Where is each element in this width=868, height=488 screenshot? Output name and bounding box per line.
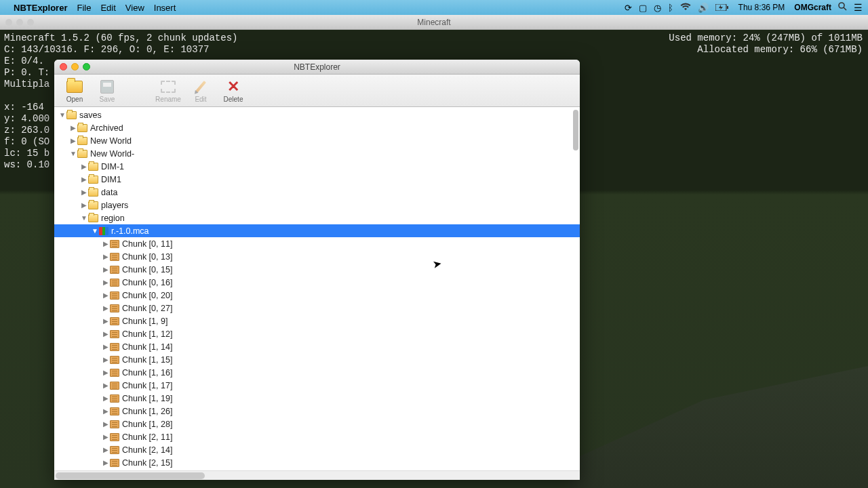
disclosure-open-icon[interactable]: ▼: [69, 150, 77, 157]
tree-row[interactable]: ▶Chunk [0, 27]: [54, 302, 580, 314]
nbt-window-title: NBTExplorer: [294, 62, 340, 72]
disclosure-open-icon[interactable]: ▼: [80, 214, 88, 222]
disclosure-closed-icon[interactable]: ▶: [102, 446, 110, 453]
disclosure-closed-icon[interactable]: ▶: [102, 433, 110, 441]
notification-icon[interactable]: ☰: [854, 2, 863, 13]
tree-row[interactable]: ▶Chunk [1, 15]: [54, 353, 580, 366]
disclosure-closed-icon[interactable]: ▶: [80, 163, 88, 170]
chunk-icon: [110, 330, 119, 338]
volume-icon[interactable]: 🔊: [698, 3, 709, 13]
open-button[interactable]: Open: [60, 78, 90, 103]
disclosure-closed-icon[interactable]: ▶: [80, 176, 88, 183]
disclosure-closed-icon[interactable]: ▶: [102, 266, 110, 273]
minecraft-debug-right: Used memory: 24% (247MB) of 1011MB Alloc…: [669, 33, 863, 56]
chunk-icon: [110, 304, 119, 312]
disclosure-closed-icon[interactable]: ▶: [102, 279, 110, 286]
nbt-tree[interactable]: ▼saves▶Archived▶New World▼New World-▶DIM…: [54, 107, 580, 470]
menu-view[interactable]: View: [125, 3, 144, 13]
horizontal-scrollbar[interactable]: [54, 470, 580, 480]
zoom-button[interactable]: [83, 63, 90, 70]
tree-row[interactable]: ▶Chunk [1, 17]: [54, 379, 580, 392]
tree-row[interactable]: ▶Chunk [0, 20]: [54, 289, 580, 302]
tree-row[interactable]: ▶Chunk [0, 13]: [54, 250, 580, 263]
nbtexplorer-titlebar[interactable]: NBTExplorer: [54, 60, 580, 75]
disclosure-closed-icon[interactable]: ▶: [102, 317, 110, 325]
save-button[interactable]: Save: [92, 78, 122, 103]
disclosure-closed-icon[interactable]: ▶: [102, 407, 110, 415]
tree-row[interactable]: ▶Chunk [1, 14]: [54, 340, 580, 353]
disclosure-open-icon[interactable]: ▼: [58, 111, 66, 119]
menu-insert[interactable]: Insert: [154, 3, 176, 13]
menubar-clock[interactable]: Thu 8:36 PM: [738, 3, 785, 12]
chunk-icon: [110, 433, 119, 441]
menu-edit[interactable]: Edit: [100, 3, 115, 13]
disclosure-closed-icon[interactable]: ▶: [69, 137, 77, 144]
tree-row[interactable]: ▶Chunk [0, 16]: [54, 276, 580, 289]
tree-item-label: Chunk [1, 15]: [122, 355, 172, 365]
disclosure-closed-icon[interactable]: ▶: [80, 201, 88, 209]
minecraft-traffic-lights[interactable]: [5, 19, 34, 26]
close-button[interactable]: [60, 63, 67, 70]
menubar-user[interactable]: OMGcraft: [794, 3, 831, 12]
tree-row[interactable]: ▼New World-: [54, 147, 580, 160]
disclosure-closed-icon[interactable]: ▶: [102, 394, 110, 402]
vertical-scrollbar[interactable]: [573, 110, 578, 150]
tree-row[interactable]: ▶Chunk [2, 15]: [54, 456, 580, 469]
disclosure-closed-icon[interactable]: ▶: [69, 124, 77, 131]
chunk-icon: [110, 266, 119, 274]
tree-item-label: Chunk [1, 17]: [122, 381, 172, 390]
tree-item-label: Chunk [1, 26]: [122, 407, 172, 416]
tree-item-label: Chunk [0, 16]: [122, 278, 172, 287]
edit-button[interactable]: Edit: [186, 78, 216, 103]
airplay-icon[interactable]: ▢: [639, 3, 647, 13]
tree-row[interactable]: ▶data: [54, 186, 580, 199]
disclosure-closed-icon[interactable]: ▶: [102, 304, 110, 312]
tree-item-label: Chunk [1, 9]: [122, 317, 167, 326]
disclosure-closed-icon[interactable]: ▶: [80, 188, 88, 196]
tree-row[interactable]: ▶Chunk [1, 28]: [54, 418, 580, 430]
tree-row[interactable]: ▶Chunk [1, 19]: [54, 392, 580, 405]
tree-row[interactable]: ▶Chunk [0, 11]: [54, 237, 580, 250]
tree-row[interactable]: ▶players: [54, 199, 580, 211]
spotlight-icon[interactable]: [838, 2, 847, 13]
disclosure-closed-icon[interactable]: ▶: [102, 459, 110, 466]
tree-row[interactable]: ▶DIM1: [54, 173, 580, 186]
tree-row[interactable]: ▶Chunk [2, 14]: [54, 443, 580, 456]
disclosure-closed-icon[interactable]: ▶: [102, 369, 110, 376]
tree-row[interactable]: ▼saves: [54, 108, 580, 121]
disclosure-closed-icon[interactable]: ▶: [102, 382, 110, 389]
bluetooth-icon[interactable]: ᛒ: [668, 3, 673, 13]
tree-row[interactable]: ▶Chunk [1, 12]: [54, 327, 580, 340]
disclosure-closed-icon[interactable]: ▶: [102, 291, 110, 299]
tree-row[interactable]: ▶DIM-1: [54, 160, 580, 173]
chunk-icon: [110, 240, 119, 248]
tree-row[interactable]: ▼r.-1.0.mca: [54, 224, 580, 237]
disclosure-open-icon[interactable]: ▼: [91, 227, 99, 235]
disclosure-closed-icon[interactable]: ▶: [102, 240, 110, 247]
wifi-icon[interactable]: [680, 3, 691, 13]
disclosure-closed-icon[interactable]: ▶: [102, 343, 110, 350]
battery-icon[interactable]: [715, 3, 729, 13]
tree-row[interactable]: ▶New World: [54, 134, 580, 147]
tree-item-label: players: [101, 201, 128, 210]
sync-icon[interactable]: ⟳: [625, 3, 632, 13]
disclosure-closed-icon[interactable]: ▶: [102, 356, 110, 363]
tree-row[interactable]: ▶Chunk [1, 26]: [54, 405, 580, 418]
disclosure-closed-icon[interactable]: ▶: [102, 420, 110, 428]
tree-row[interactable]: ▼region: [54, 211, 580, 224]
folder-icon: [88, 201, 98, 209]
menu-file[interactable]: File: [77, 3, 91, 13]
tree-row[interactable]: ▶Chunk [1, 16]: [54, 366, 580, 379]
timemachine-icon[interactable]: ◷: [654, 3, 661, 13]
menubar-appname[interactable]: NBTExplorer: [14, 3, 67, 13]
tree-row[interactable]: ▶Archived: [54, 121, 580, 134]
minimize-button[interactable]: [71, 63, 79, 70]
disclosure-closed-icon[interactable]: ▶: [102, 253, 110, 260]
region-file-icon: [99, 227, 108, 235]
delete-button[interactable]: ✕ Delete: [218, 78, 248, 103]
tree-row[interactable]: ▶Chunk [2, 11]: [54, 430, 580, 443]
tree-row[interactable]: ▶Chunk [0, 15]: [54, 263, 580, 276]
rename-button[interactable]: Rename: [153, 78, 183, 103]
disclosure-closed-icon[interactable]: ▶: [102, 330, 110, 338]
tree-row[interactable]: ▶Chunk [1, 9]: [54, 314, 580, 327]
